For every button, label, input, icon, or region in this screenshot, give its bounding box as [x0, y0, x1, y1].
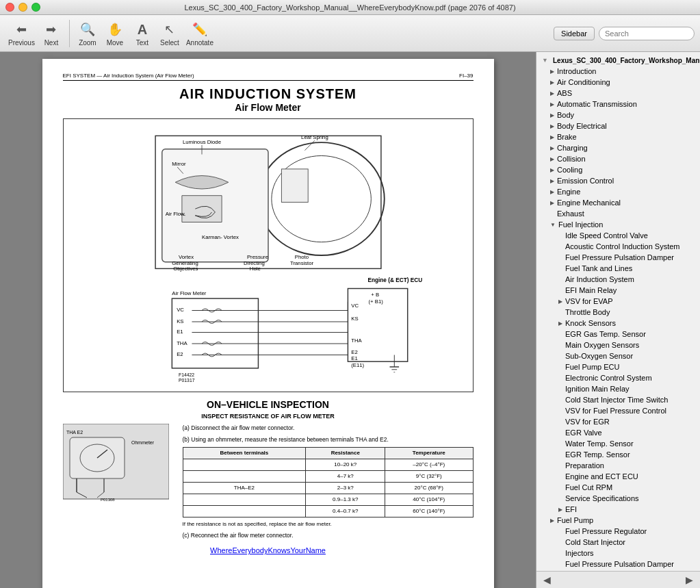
table-row: 0.4–0.7 k?60°C (140°F)	[183, 505, 473, 517]
sidebar-nav-left[interactable]: ◀	[541, 574, 554, 585]
sidebar-item-28[interactable]: ▶Electronic Control System	[536, 372, 700, 383]
svg-rect-24	[172, 298, 258, 368]
svg-text:E2: E2	[351, 349, 357, 355]
select-button[interactable]: ↖ Select	[159, 20, 181, 47]
sidebar-item-15[interactable]: ▶Idle Speed Control Valve	[536, 230, 700, 241]
inspection-photo: THA E2 Ohmmeter P0130	[63, 424, 176, 539]
sidebar-item-19[interactable]: ▶Air Induction System	[536, 274, 700, 285]
svg-text:Transistor: Transistor	[290, 260, 314, 266]
next-button[interactable]: ➡ Next	[40, 20, 62, 47]
sidebar-item-2[interactable]: ▶ABS	[536, 88, 700, 99]
svg-text:KS: KS	[177, 318, 183, 324]
sidebar-item-39[interactable]: ▶Service Specifications	[536, 493, 700, 504]
step-a: (a) Disconnect the air flow meter connec…	[183, 424, 474, 433]
sidebar-item-36[interactable]: ▶Preparation	[536, 460, 700, 471]
sidebar-item-8[interactable]: ▶Collision	[536, 153, 700, 164]
header-left-text: EFI SYSTEM — Air Induction System (Air F…	[63, 73, 194, 79]
col-temperature: Temperature	[385, 447, 473, 459]
pdf-viewer[interactable]: EFI SYSTEM — Air Induction System (Air F…	[0, 52, 536, 588]
sidebar-item-17[interactable]: ▶Fuel Pressure Pulsation Damper	[536, 252, 700, 263]
svg-text:Leaf Spring: Leaf Spring	[301, 134, 328, 140]
titlebar: Lexus_SC_300_400_Factory_Workshop_Manual…	[0, 0, 700, 15]
sidebar-item-24[interactable]: ▶EGR Gas Temp. Sensor	[536, 329, 700, 340]
sidebar-item-34[interactable]: ▶Water Temp. Sensor	[536, 438, 700, 449]
sidebar-item-41[interactable]: ▶Fuel Pump	[536, 515, 700, 526]
sidebar-item-22[interactable]: ▶Throttle Body	[536, 307, 700, 318]
sidebar-item-5[interactable]: ▶Body Electrical	[536, 120, 700, 131]
annotate-button[interactable]: ✏️ Annotate	[186, 20, 213, 47]
pdf-page-fi39: EFI SYSTEM — Air Induction System (Air F…	[42, 59, 494, 588]
sidebar-item-12[interactable]: ▶Engine Mechanical	[536, 197, 700, 208]
text-button[interactable]: A Text	[131, 20, 153, 47]
sidebar-item-38[interactable]: ▶Fuel Cut RPM	[536, 482, 700, 493]
search-input[interactable]	[599, 27, 695, 40]
sidebar-item-44[interactable]: ▶Injectors	[536, 548, 700, 559]
sidebar-item-31[interactable]: ▶VSV for Fuel Pressure Control	[536, 405, 700, 416]
svg-text:KS: KS	[351, 316, 358, 322]
sidebar-item-4[interactable]: ▶Body	[536, 110, 700, 120]
sidebar-panel: ▼ Lexus_SC_300_400_Factory_Workshop_Manu…	[536, 52, 700, 588]
annotate-icon: ✏️	[189, 20, 211, 39]
sidebar-item-21[interactable]: ▶VSV for EVAP	[536, 296, 700, 307]
sidebar-item-20[interactable]: ▶EFI Main Relay	[536, 285, 700, 296]
previous-button[interactable]: ⬅ Previous	[8, 20, 35, 47]
resistance-note: If the resistance is not as specified, r…	[183, 520, 474, 528]
svg-text:Photo: Photo	[294, 254, 308, 260]
close-button[interactable]	[5, 3, 14, 12]
sidebar-item-11[interactable]: ▶Engine	[536, 186, 700, 197]
sidebar-bottom: ◀ ▶	[536, 571, 700, 588]
svg-text:P01308: P01308	[101, 498, 115, 502]
sidebar-item-43[interactable]: ▶Cold Start Injector	[536, 537, 700, 548]
svg-text:Hole: Hole	[249, 266, 260, 272]
zoom-button[interactable]: 🔍 Zoom	[77, 20, 99, 47]
sidebar-item-3[interactable]: ▶Automatic Transmission	[536, 99, 700, 110]
sidebar-item-32[interactable]: ▶VSV for EGR	[536, 416, 700, 427]
window-controls[interactable]	[5, 3, 40, 12]
svg-text:+ B: + B	[371, 292, 379, 298]
svg-line-8	[304, 140, 315, 151]
svg-rect-4	[281, 169, 308, 203]
sidebar-root[interactable]: ▼ Lexus_SC_300_400_Factory_Workshop_Manu…	[536, 55, 700, 66]
website-link[interactable]: WhereEverybodyKnowsYourName	[63, 546, 474, 554]
svg-text:Air Flow Meter: Air Flow Meter	[172, 290, 206, 296]
svg-text:VC: VC	[177, 307, 184, 313]
svg-text:E2: E2	[177, 351, 183, 357]
svg-text:Ohmmeter: Ohmmeter	[131, 440, 155, 445]
move-button[interactable]: ✋ Move	[104, 20, 126, 47]
maximize-button[interactable]	[31, 3, 40, 12]
sidebar-toggle-button[interactable]: Sidebar	[554, 27, 595, 40]
sidebar-item-33[interactable]: ▶EGR Valve	[536, 427, 700, 438]
svg-text:VC: VC	[351, 303, 359, 309]
sidebar-item-35[interactable]: ▶EGR Temp. Sensor	[536, 449, 700, 460]
col-between: Between terminals	[183, 447, 306, 459]
sidebar-item-45[interactable]: ▶Fuel Pressure Pulsation Damper	[536, 559, 700, 570]
sidebar-item-18[interactable]: ▶Fuel Tank and Lines	[536, 263, 700, 274]
sidebar-item-25[interactable]: ▶Main Oxygen Sensors	[536, 340, 700, 350]
sidebar-item-40[interactable]: ▶EFI	[536, 504, 700, 515]
svg-text:Air Flow: Air Flow	[165, 211, 184, 217]
sidebar-tree[interactable]: ▼ Lexus_SC_300_400_Factory_Workshop_Manu…	[536, 52, 700, 571]
sidebar-item-0[interactable]: ▶Introduction	[536, 66, 700, 77]
sidebar-item-7[interactable]: ▶Charging	[536, 142, 700, 153]
sidebar-item-16[interactable]: ▶Acoustic Control Induction System	[536, 241, 700, 252]
previous-icon: ⬅	[10, 20, 32, 39]
table-row: 0.9–1.3 k?40°C (104°F)	[183, 494, 473, 505]
sidebar-item-10[interactable]: ▶Emission Control	[536, 175, 700, 186]
minimize-button[interactable]	[18, 3, 27, 12]
sidebar-item-9[interactable]: ▶Cooling	[536, 164, 700, 175]
svg-text:Generating: Generating	[172, 260, 198, 266]
sidebar-item-26[interactable]: ▶Sub-Oxygen Sensor	[536, 350, 700, 361]
sidebar-item-42[interactable]: ▶Fuel Pressure Regulator	[536, 526, 700, 537]
sidebar-item-37[interactable]: ▶Engine and ECT ECU	[536, 471, 700, 482]
sidebar-item-1[interactable]: ▶Air Conditioning	[536, 77, 700, 88]
toolbar-right: Sidebar	[554, 27, 695, 40]
sidebar: ▼ Lexus_SC_300_400_Factory_Workshop_Manu…	[536, 52, 700, 588]
sidebar-nav-right[interactable]: ▶	[683, 574, 696, 585]
sidebar-item-27[interactable]: ▶Fuel Pump ECU	[536, 361, 700, 372]
sidebar-item-23[interactable]: ▶Knock Sensors	[536, 318, 700, 329]
sidebar-item-29[interactable]: ▶Ignition Main Relay	[536, 383, 700, 394]
sidebar-item-14[interactable]: ▼Fuel Injection	[536, 219, 700, 230]
sidebar-item-13[interactable]: ▶Exhaust	[536, 208, 700, 219]
sidebar-item-6[interactable]: ▶Brake	[536, 131, 700, 142]
sidebar-item-30[interactable]: ▶Cold Start Injector Time Switch	[536, 394, 700, 405]
